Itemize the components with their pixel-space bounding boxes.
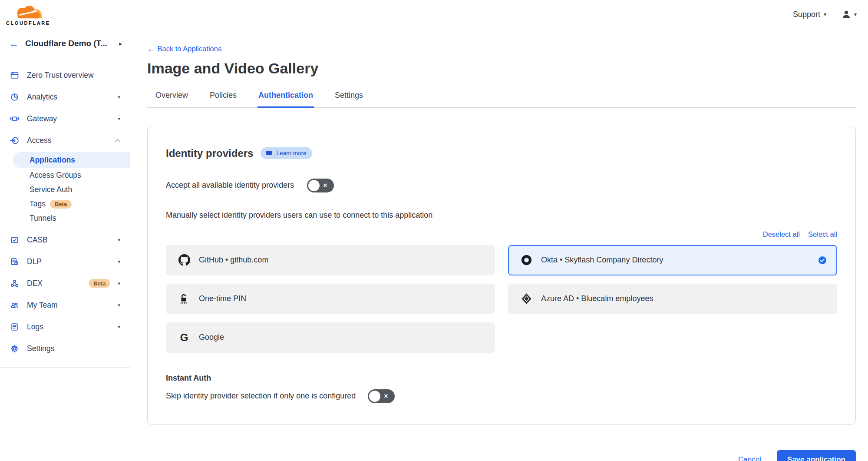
sidebar-item-dlp[interactable]: DLP ▾ bbox=[0, 251, 130, 272]
save-application-button[interactable]: Save application bbox=[777, 450, 856, 461]
sidebar-divider bbox=[0, 367, 130, 368]
learn-more-label: Learn more bbox=[276, 150, 306, 156]
tab-authentication[interactable]: Authentication bbox=[257, 87, 314, 108]
instant-auth-heading: Instant Auth bbox=[166, 374, 837, 383]
chevron-down-icon: ▾ bbox=[824, 11, 826, 17]
sidebar-item-label: Logs bbox=[27, 322, 110, 332]
sidebar-item-tunnels[interactable]: Tunnels bbox=[0, 211, 130, 226]
selected-check-icon bbox=[818, 256, 827, 265]
card-title: Identity providers bbox=[166, 147, 253, 159]
beta-badge: Beta bbox=[50, 200, 72, 209]
sidebar-item-applications[interactable]: Applications bbox=[13, 152, 130, 168]
provider-name: One-time PIN bbox=[199, 294, 485, 303]
document-lock-icon bbox=[10, 257, 20, 266]
support-label: Support bbox=[793, 10, 820, 19]
learn-more-badge[interactable]: Learn more bbox=[261, 147, 312, 159]
accept-all-label: Accept all available identity providers bbox=[166, 181, 294, 190]
book-icon bbox=[265, 149, 273, 157]
user-menu[interactable]: ▾ bbox=[841, 9, 857, 20]
toggle-knob bbox=[308, 180, 320, 191]
select-all-link[interactable]: Select all bbox=[808, 230, 837, 239]
sidebar-item-settings[interactable]: Settings bbox=[0, 338, 130, 359]
sidebar-item-label: Tunnels bbox=[30, 214, 56, 223]
provider-tile-azure-ad[interactable]: Azure AD • Bluecalm employees bbox=[508, 284, 837, 314]
accept-all-toggle[interactable]: × bbox=[307, 179, 334, 192]
provider-tile-google[interactable]: G Google bbox=[166, 322, 495, 353]
one-time-pin-icon bbox=[178, 293, 190, 305]
okta-icon bbox=[520, 254, 532, 266]
google-icon: G bbox=[178, 332, 190, 344]
sidebar-item-dex[interactable]: DEX Beta ▾ bbox=[0, 272, 130, 294]
identity-providers-card: Identity providers Learn more Accept all… bbox=[147, 127, 856, 425]
sidebar-item-access-groups[interactable]: Access Groups bbox=[0, 168, 130, 182]
toggle-knob bbox=[369, 391, 380, 402]
chevron-down-icon: ▾ bbox=[118, 237, 120, 243]
sidebar-item-gateway[interactable]: Gateway ▾ bbox=[0, 108, 130, 129]
sidebar-item-label: Zero Trust overview bbox=[27, 71, 120, 80]
tab-bar: Overview Policies Authentication Setting… bbox=[147, 87, 856, 108]
back-arrow-icon: ← bbox=[147, 45, 155, 53]
toggle-off-x-icon: × bbox=[323, 182, 327, 189]
tab-overview[interactable]: Overview bbox=[155, 87, 189, 107]
provider-tile-okta[interactable]: Okta • Skyflash Company Directory bbox=[508, 245, 837, 275]
chevron-down-icon: ▾ bbox=[118, 302, 120, 308]
chevron-down-icon: ▾ bbox=[118, 259, 120, 265]
gateway-icon bbox=[10, 114, 20, 123]
sidebar-item-label: Settings bbox=[27, 344, 120, 353]
sidebar-item-label: CASB bbox=[27, 235, 110, 245]
browser-window-icon bbox=[10, 71, 20, 80]
chevron-right-icon[interactable]: ▸ bbox=[119, 40, 122, 47]
team-people-icon bbox=[10, 301, 20, 310]
access-submenu: Applications Access Groups Service Auth … bbox=[0, 152, 130, 226]
deselect-all-link[interactable]: Deselect all bbox=[763, 230, 800, 239]
user-icon bbox=[841, 9, 851, 20]
cancel-button[interactable]: Cancel bbox=[738, 455, 761, 461]
provider-name: Google bbox=[199, 333, 485, 342]
page-title: Image and Video Gallery bbox=[147, 60, 856, 77]
sidebar-item-logs[interactable]: Logs ▾ bbox=[0, 316, 130, 338]
top-bar: CLOUDFLARE Support ▾ ▾ bbox=[0, 0, 868, 29]
casb-check-icon bbox=[10, 235, 20, 245]
sidebar-item-label: Tags bbox=[30, 199, 46, 209]
sidebar-item-tags[interactable]: Tags Beta bbox=[0, 197, 130, 211]
support-menu[interactable]: Support ▾ bbox=[793, 10, 826, 19]
sidebar-item-my-team[interactable]: My Team ▾ bbox=[0, 294, 130, 316]
sidebar-item-label: Access bbox=[27, 136, 109, 145]
account-name[interactable]: Cloudflare Demo (T... bbox=[25, 39, 112, 48]
back-arrow-icon[interactable]: ← bbox=[9, 39, 19, 49]
tab-settings[interactable]: Settings bbox=[334, 87, 364, 107]
provider-tile-github[interactable]: GitHub • github.com bbox=[166, 245, 495, 275]
sidebar-item-label: DEX bbox=[27, 279, 77, 288]
chevron-down-icon: ▾ bbox=[854, 11, 857, 17]
chevron-down-icon: ▾ bbox=[118, 94, 120, 100]
logs-document-icon bbox=[10, 322, 20, 332]
manual-select-label: Manually select identity providers users… bbox=[166, 211, 837, 220]
sidebar-item-label: DLP bbox=[27, 257, 110, 266]
instant-auth-toggle[interactable]: × bbox=[368, 389, 395, 403]
chevron-down-icon: ▾ bbox=[118, 116, 120, 122]
sidebar: ← Cloudflare Demo (T... ▸ Zero Trust ove… bbox=[0, 29, 130, 461]
cloudflare-wordmark: CLOUDFLARE bbox=[6, 20, 50, 26]
github-icon bbox=[178, 254, 190, 266]
sidebar-item-service-auth[interactable]: Service Auth bbox=[0, 182, 130, 197]
cloudflare-logo[interactable]: CLOUDFLARE bbox=[6, 3, 50, 26]
sidebar-item-label: Access Groups bbox=[30, 171, 81, 180]
sidebar-item-casb[interactable]: CASB ▾ bbox=[0, 229, 130, 251]
sidebar-item-label: Analytics bbox=[27, 93, 110, 102]
tab-policies[interactable]: Policies bbox=[209, 87, 238, 107]
pie-chart-icon bbox=[10, 93, 20, 102]
sidebar-nav: Zero Trust overview Analytics ▾ Gateway … bbox=[0, 58, 130, 368]
provider-tile-one-time-pin[interactable]: One-time PIN bbox=[166, 284, 495, 314]
gear-icon bbox=[10, 344, 20, 353]
sidebar-item-analytics[interactable]: Analytics ▾ bbox=[0, 86, 130, 108]
back-to-applications-link[interactable]: ← Back to Applications bbox=[147, 45, 221, 53]
chevron-down-icon: ▾ bbox=[118, 324, 120, 330]
chevron-down-icon: ▾ bbox=[118, 281, 120, 286]
sidebar-item-access[interactable]: Access bbox=[0, 129, 130, 151]
sidebar-item-zero-trust-overview[interactable]: Zero Trust overview bbox=[0, 64, 130, 86]
network-nodes-icon bbox=[10, 279, 20, 288]
provider-name: Azure AD • Bluecalm employees bbox=[541, 294, 827, 303]
access-login-icon bbox=[10, 136, 20, 145]
sidebar-item-label: Service Auth bbox=[30, 185, 72, 194]
sidebar-item-label: Gateway bbox=[27, 114, 110, 123]
